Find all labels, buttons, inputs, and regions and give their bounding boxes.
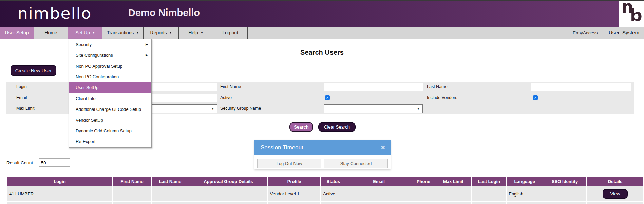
cell-approval-group-details (189, 186, 267, 201)
menu-item-security[interactable]: Security ▶ (69, 39, 151, 50)
tab-log-out-label: Log out (222, 30, 238, 35)
tab-help[interactable]: Help▼ (179, 27, 213, 39)
menu-item-label: Vendor SetUp (76, 118, 103, 123)
stay-connected-button[interactable]: Stay Connected (324, 159, 388, 168)
setup-dropdown-menu: Security ▶ Site Configurations ▶ Non PO … (69, 39, 152, 148)
cell-first-name (113, 186, 151, 201)
menu-item-label: User SetUp (76, 85, 98, 90)
tab-set-up-label: Set Up (75, 30, 90, 35)
menu-item-dynamic-grid-column-setup[interactable]: Dynamic Grid Column Setup (69, 125, 151, 136)
col-header-first-name: First Name (113, 177, 151, 186)
last-name-input[interactable] (531, 83, 631, 91)
checkmark-icon: ✓ (534, 96, 537, 100)
active-label: Active (220, 92, 232, 103)
cell-status: Active (321, 186, 345, 201)
table-row-partial (7, 202, 643, 204)
cell-phone (412, 186, 435, 201)
tab-user-setup-label: User Setup (5, 30, 29, 35)
menu-item-label: Non PO Approval Setup (76, 64, 122, 69)
results-table: Login First Name Last Name Approval Grou… (6, 176, 644, 204)
tab-home[interactable]: Home (34, 27, 68, 39)
menu-item-vendor-setup[interactable]: Vendor SetUp (69, 115, 151, 126)
current-user-label: User: System (609, 30, 639, 35)
chevron-down-icon: ▼ (201, 31, 203, 34)
select-arrow-icon: ▼ (417, 105, 420, 113)
col-header-last-name: Last Name (152, 177, 189, 186)
chevron-down-icon: ▼ (169, 31, 172, 34)
tab-reports[interactable]: Reports▼ (144, 27, 179, 39)
page: nimbello Demo Nimbello n b User Setup Ho… (0, 0, 644, 204)
menu-item-label: Client Info (76, 96, 96, 101)
modal-header: Session Timeout ✕ (254, 140, 391, 155)
result-count-input[interactable] (39, 158, 70, 167)
modal-title: Session Timeout (261, 140, 303, 155)
tab-transactions[interactable]: Transactions▼ (102, 27, 144, 39)
include-vendors-label: Include Vendors (427, 92, 457, 103)
search-button[interactable]: Search (289, 122, 313, 132)
col-header-profile: Profile (268, 177, 320, 186)
checkmark-icon: ✓ (326, 96, 329, 100)
col-header-email: Email (346, 177, 412, 186)
menu-item-label: Dynamic Grid Column Setup (76, 128, 132, 133)
menu-item-client-info[interactable]: Client Info (69, 93, 151, 104)
clear-search-button[interactable]: Clear Search (318, 122, 356, 132)
table-header-row: Login First Name Last Name Approval Grou… (7, 177, 643, 186)
include-vendors-checkbox[interactable]: ✓ (533, 95, 538, 100)
login-label: Login (16, 82, 27, 92)
menu-item-label: Security (76, 42, 92, 47)
menu-item-non-po-approval-setup[interactable]: Non PO Approval Setup (69, 61, 151, 72)
nb-logo-b: b (630, 5, 642, 25)
menu-item-label: Re-Export (76, 139, 96, 144)
main-nav: User Setup Home Set Up▼ Transactions▼ Re… (0, 27, 644, 39)
security-group-name-label: Security Group Name (220, 103, 261, 114)
close-icon[interactable]: ✕ (381, 140, 385, 155)
security-group-name-select[interactable]: ▼ (324, 104, 423, 113)
table-row: 41 LUMBER Vendor Level 1 Active English … (7, 186, 643, 201)
cell-language: English (507, 186, 543, 201)
menu-item-additional-charge-glcode-setup[interactable]: Additional Charge GLCode Setup (69, 104, 151, 115)
first-name-input[interactable] (324, 83, 423, 91)
nb-logo: n b (619, 1, 644, 27)
chevron-down-icon: ▼ (136, 31, 139, 34)
select-arrow-icon: ▼ (211, 105, 214, 113)
col-header-status: Status (321, 177, 345, 186)
last-name-label: Last Name (427, 82, 447, 92)
active-checkbox[interactable]: ✓ (325, 95, 330, 100)
cell-max-limit (435, 186, 471, 201)
tab-set-up[interactable]: Set Up▼ (68, 27, 102, 39)
menu-item-non-po-configuration[interactable]: Non PO Configuration (69, 71, 151, 82)
app-header: nimbello Demo Nimbello n b (0, 1, 644, 27)
tab-transactions-label: Transactions (107, 30, 134, 35)
log-out-now-button[interactable]: Log Out Now (257, 159, 321, 168)
col-header-login: Login (7, 177, 112, 186)
col-header-language: Language (507, 177, 543, 186)
nav-right: EasyAccess User: System (573, 27, 639, 39)
menu-item-site-configurations[interactable]: Site Configurations ▶ (69, 50, 151, 61)
tab-log-out[interactable]: Log out (213, 27, 248, 39)
tab-user-setup[interactable]: User Setup (0, 27, 34, 39)
cell-last-login (472, 186, 506, 201)
app-title: Demo Nimbello (128, 7, 200, 18)
cell-last-name (152, 186, 189, 201)
col-header-max-limit: Max Limit (435, 177, 471, 186)
col-header-last-login: Last Login (472, 177, 506, 186)
cell-sso-identity (543, 186, 586, 201)
view-button[interactable]: View (603, 189, 628, 199)
menu-item-user-setup[interactable]: User SetUp (69, 82, 151, 93)
cell-details: View (587, 186, 643, 201)
cell-login: 41 LUMBER (7, 186, 112, 201)
submenu-arrow-icon: ▶ (146, 39, 148, 50)
session-timeout-modal: Session Timeout ✕ Log Out Now Stay Conne… (254, 140, 391, 169)
create-new-user-button[interactable]: Create New User (11, 65, 56, 76)
col-header-approval-group-details: Approval Group Details (189, 177, 267, 186)
menu-item-re-export[interactable]: Re-Export (69, 136, 151, 147)
col-header-details: Details (587, 177, 643, 186)
easyaccess-link[interactable]: EasyAccess (573, 30, 598, 35)
menu-item-label: Non PO Configuration (76, 74, 119, 79)
cell-email (346, 186, 412, 201)
col-header-sso-identity: SSO Identity (543, 177, 586, 186)
col-header-phone: Phone (412, 177, 435, 186)
menu-item-label: Site Configurations (76, 53, 113, 58)
email-label: Email (16, 92, 27, 103)
tab-home-label: Home (44, 30, 57, 35)
